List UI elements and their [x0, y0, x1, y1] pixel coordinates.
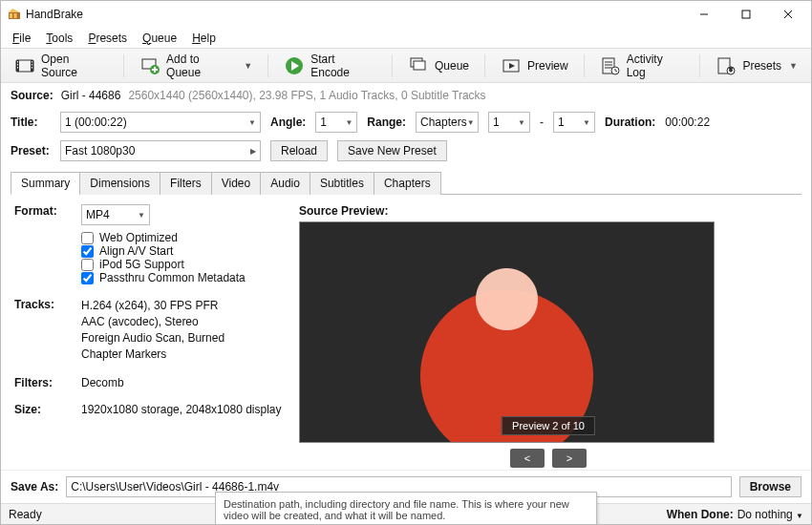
when-done-select[interactable]: Do nothing ▼ [737, 508, 803, 521]
chevron-right-icon: ▶ [250, 147, 256, 156]
queue-add-icon [139, 55, 160, 76]
angle-label: Angle: [270, 116, 306, 129]
reload-button[interactable]: Reload [270, 140, 328, 161]
tab-filters[interactable]: Filters [160, 172, 212, 195]
menu-tools[interactable]: Tools [38, 30, 80, 47]
tab-video[interactable]: Video [211, 172, 261, 195]
chevron-down-icon: ▼ [467, 118, 475, 127]
summary-panel: Format: MP4▼ Web Optimized Align A/V Sta… [1, 195, 811, 470]
svg-rect-10 [17, 61, 18, 63]
tab-chapters[interactable]: Chapters [374, 172, 441, 195]
start-encode-button[interactable]: Start Encode [274, 51, 386, 81]
play-icon [284, 55, 305, 76]
range-from-select[interactable]: 1▼ [488, 112, 530, 133]
preset-label: Preset: [11, 144, 51, 158]
source-details: 2560x1440 (2560x1440), 23.98 FPS, 1 Audi… [128, 89, 485, 102]
range-type-value: Chapters [420, 116, 467, 129]
svg-rect-4 [742, 10, 750, 18]
close-button[interactable] [767, 1, 809, 28]
align-av-label: Align A/V Start [99, 244, 173, 258]
presets-icon [716, 55, 737, 76]
maximize-button[interactable] [725, 1, 767, 28]
add-to-queue-label: Add to Queue [166, 52, 236, 79]
preview-image [299, 221, 715, 443]
tab-subtitles[interactable]: Subtitles [310, 172, 374, 195]
window-title: HandBrake [26, 8, 683, 21]
svg-rect-11 [17, 64, 18, 66]
format-value: MP4 [86, 208, 110, 221]
tab-summary[interactable]: Summary [11, 172, 80, 195]
save-as-row: Save As: Browse Destination path, includ… [1, 470, 811, 503]
menubar: File Tools Presets Queue Help [1, 28, 811, 49]
menu-queue[interactable]: Queue [135, 30, 184, 47]
source-row: Source: Girl - 44686 2560x1440 (2560x144… [1, 83, 811, 108]
format-select[interactable]: MP4▼ [81, 204, 150, 225]
svg-rect-12 [17, 67, 18, 69]
presets-button[interactable]: Presets ▼ [706, 53, 807, 78]
preview-prev-button[interactable]: < [510, 449, 545, 468]
svg-rect-22 [414, 61, 425, 70]
ipod-checkbox[interactable] [81, 259, 94, 271]
titlebar: HandBrake [1, 1, 811, 28]
ipod-label: iPod 5G Support [99, 258, 184, 271]
duration-label: Duration: [605, 116, 655, 129]
chevron-down-icon: ▼ [244, 61, 252, 71]
activity-log-icon [600, 55, 621, 76]
filters-value: Decomb [81, 376, 282, 389]
separator [123, 54, 124, 77]
angle-select[interactable]: 1▼ [315, 112, 357, 133]
tab-dimensions[interactable]: Dimensions [79, 172, 160, 195]
align-av-checkbox[interactable] [81, 245, 94, 258]
save-new-preset-button[interactable]: Save New Preset [337, 140, 447, 161]
source-name: Girl - 44686 [61, 89, 121, 102]
title-select[interactable]: 1 (00:00:22)▼ [60, 112, 261, 133]
summary-left: Format: MP4▼ Web Optimized Align A/V Sta… [14, 204, 282, 466]
svg-rect-14 [32, 64, 32, 66]
separator [267, 54, 268, 77]
open-source-button[interactable]: Open Source [5, 51, 118, 81]
tracks-list: H.264 (x264), 30 FPS PFR AAC (avcodec), … [81, 298, 282, 363]
summary-right: Source Preview: Preview 2 of 10 < > [299, 204, 798, 466]
track-item: Foreign Audio Scan, Burned [81, 330, 282, 346]
status-text: Ready [9, 508, 42, 521]
queue-label: Queue [435, 59, 469, 73]
menu-presets[interactable]: Presets [80, 30, 135, 47]
range-type-select[interactable]: Chapters▼ [416, 112, 479, 133]
separator [699, 54, 700, 77]
svg-rect-1 [10, 13, 12, 18]
range-from-value: 1 [493, 116, 500, 129]
chevron-down-icon: ▼ [583, 118, 590, 127]
passthru-checkbox[interactable] [81, 272, 94, 284]
save-as-tooltip: Destination path, including directory an… [215, 492, 597, 525]
angle-value: 1 [320, 116, 327, 129]
range-to-value: 1 [558, 116, 565, 129]
web-optimized-label: Web Optimized [99, 231, 178, 244]
separator [484, 54, 485, 77]
tabs: Summary Dimensions Filters Video Audio S… [11, 171, 801, 195]
start-encode-label: Start Encode [310, 52, 376, 79]
source-label: Source: [11, 89, 53, 102]
browse-button[interactable]: Browse [739, 476, 801, 497]
preview-label: Preview [527, 59, 568, 73]
tab-audio[interactable]: Audio [260, 172, 310, 195]
when-done-label: When Done: [667, 508, 734, 521]
preset-row: Preset: Fast 1080p30▶ Reload Save New Pr… [1, 136, 811, 165]
minimize-button[interactable] [683, 1, 725, 28]
menu-help[interactable]: Help [184, 30, 224, 47]
activity-log-button[interactable]: Activity Log [590, 51, 694, 81]
preview-next-button[interactable]: > [552, 449, 587, 468]
preset-select[interactable]: Fast 1080p30▶ [60, 140, 261, 161]
range-to-select[interactable]: 1▼ [553, 112, 595, 133]
svg-rect-13 [32, 61, 32, 63]
separator [392, 54, 393, 77]
duration-value: 00:00:22 [665, 116, 710, 129]
menu-file[interactable]: File [5, 30, 38, 47]
queue-button[interactable]: Queue [398, 53, 479, 78]
open-source-label: Open Source [41, 52, 108, 79]
chevron-down-icon: ▼ [248, 118, 256, 127]
toolbar: Open Source Add to Queue ▼ Start Encode … [1, 49, 811, 83]
add-to-queue-button[interactable]: Add to Queue ▼ [130, 51, 262, 81]
preview-button[interactable]: Preview [491, 53, 578, 78]
preview-badge: Preview 2 of 10 [502, 416, 595, 435]
web-optimized-checkbox[interactable] [81, 232, 94, 244]
